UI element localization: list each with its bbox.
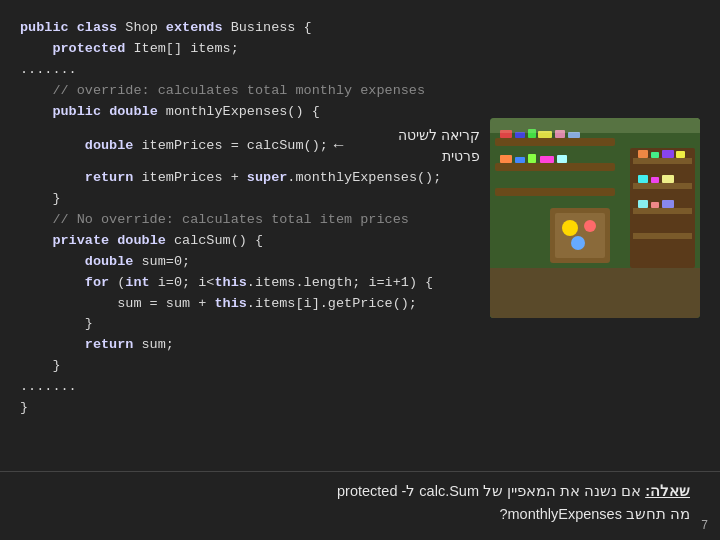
bottom-section: שאלה: אם נשנה את המאפיין של calc.Sum ל- … bbox=[0, 471, 720, 540]
code-line-4: // override: calculates total monthly ex… bbox=[20, 81, 480, 102]
code-line-18: } bbox=[20, 398, 480, 419]
svg-rect-36 bbox=[490, 118, 700, 133]
svg-rect-26 bbox=[638, 150, 648, 158]
shop-image bbox=[490, 118, 700, 318]
svg-point-20 bbox=[571, 236, 585, 250]
svg-rect-2 bbox=[495, 138, 615, 146]
image-section bbox=[490, 118, 700, 461]
svg-rect-11 bbox=[500, 155, 512, 163]
code-line-10: private double calcSum() { bbox=[20, 231, 480, 252]
code-line-2: protected Item[] items; bbox=[20, 39, 480, 60]
svg-rect-29 bbox=[676, 151, 685, 158]
code-line-9: // No override: calculates total item pr… bbox=[20, 210, 480, 231]
svg-point-18 bbox=[562, 220, 578, 236]
code-section: public class Shop extends Business { pro… bbox=[20, 18, 480, 461]
code-line-3: ....... bbox=[20, 60, 480, 81]
code-line-17: ....... bbox=[20, 377, 480, 398]
svg-rect-23 bbox=[633, 183, 692, 189]
svg-rect-34 bbox=[651, 202, 659, 208]
svg-rect-24 bbox=[633, 208, 692, 214]
svg-rect-17 bbox=[555, 213, 605, 258]
code-line-12: for (int i=0; i<this.items.length; i=i+1… bbox=[20, 273, 480, 294]
shop-svg bbox=[490, 118, 700, 318]
slide: public class Shop extends Business { pro… bbox=[0, 0, 720, 540]
code-line-13: sum = sum + this.items[i].getPrice(); bbox=[20, 294, 480, 315]
question-label: שאלה: bbox=[645, 483, 690, 499]
svg-rect-13 bbox=[528, 154, 536, 163]
svg-rect-4 bbox=[495, 188, 615, 196]
svg-rect-1 bbox=[490, 268, 700, 318]
svg-rect-14 bbox=[540, 156, 554, 163]
question-text-2: מה תחשב monthlyExpenses? bbox=[499, 506, 690, 522]
svg-rect-32 bbox=[662, 175, 674, 183]
svg-rect-25 bbox=[633, 233, 692, 239]
code-line-14: } bbox=[20, 314, 480, 335]
svg-rect-15 bbox=[557, 155, 567, 163]
page-number: 7 bbox=[701, 518, 708, 532]
svg-rect-30 bbox=[638, 175, 648, 183]
svg-rect-3 bbox=[495, 163, 615, 171]
question-text-1: אם נשנה את המאפיין של calc.Sum ל- protec… bbox=[337, 483, 645, 499]
arrow-icon: ← bbox=[334, 134, 344, 159]
code-line-16: } bbox=[20, 356, 480, 377]
code-line-8: } bbox=[20, 189, 480, 210]
svg-rect-12 bbox=[515, 157, 525, 163]
svg-rect-33 bbox=[638, 200, 648, 208]
hebrew-annotation: קריאה לשיטה פרטית bbox=[359, 125, 480, 168]
code-line-7: return itemPrices + super.monthlyExpense… bbox=[20, 168, 480, 189]
question-text: שאלה: אם נשנה את המאפיין של calc.Sum ל- … bbox=[30, 480, 690, 526]
annotation-row: double itemPrices = calcSum(); ← קריאה ל… bbox=[20, 125, 480, 168]
code-line-5: public double monthlyExpenses() { bbox=[20, 102, 480, 123]
svg-rect-31 bbox=[651, 177, 659, 183]
code-line-15: return sum; bbox=[20, 335, 480, 356]
content-area: public class Shop extends Business { pro… bbox=[0, 0, 720, 471]
svg-rect-35 bbox=[662, 200, 674, 208]
code-line-1: public class Shop extends Business { bbox=[20, 18, 480, 39]
code-line-6: double itemPrices = calcSum(); bbox=[20, 136, 328, 157]
code-line-11: double sum=0; bbox=[20, 252, 480, 273]
svg-rect-28 bbox=[662, 150, 674, 158]
svg-point-19 bbox=[584, 220, 596, 232]
svg-rect-27 bbox=[651, 152, 659, 158]
svg-rect-22 bbox=[633, 158, 692, 164]
